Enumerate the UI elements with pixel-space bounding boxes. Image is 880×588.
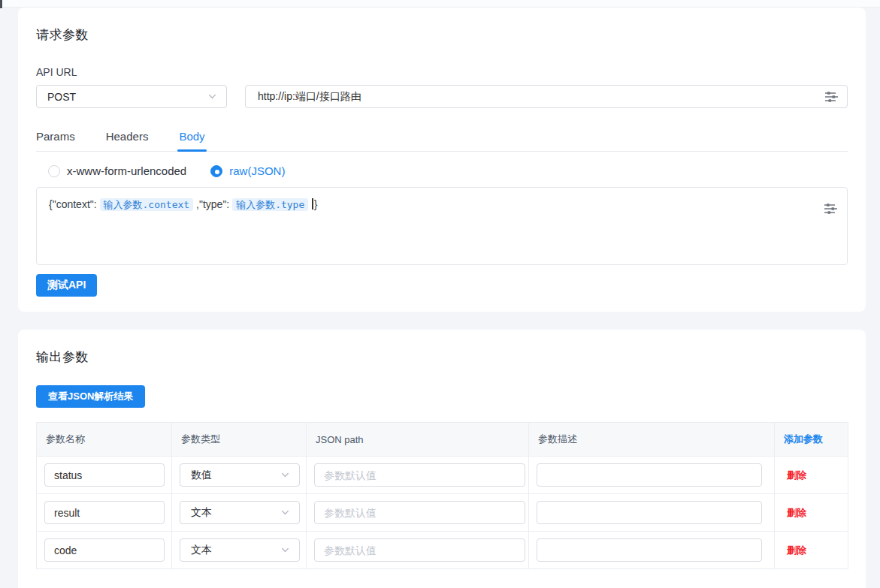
default-value-input[interactable] [314, 501, 525, 524]
api-url-row: POST [36, 85, 848, 108]
table-row: 文本删除 [37, 532, 848, 569]
api-url-input[interactable] [245, 85, 848, 108]
body-text: ,"type": [193, 198, 232, 210]
param-type-select[interactable]: 数值 [180, 463, 300, 487]
param-desc-input[interactable] [537, 501, 762, 524]
body-text: } [314, 198, 318, 210]
delete-row-link[interactable]: 删除 [782, 544, 806, 556]
param-desc-input[interactable] [537, 463, 762, 487]
http-method-select[interactable]: POST [36, 85, 227, 108]
raw-json-body-editor[interactable]: {"context": 输入参数.context ,"type": 输入参数.t… [36, 187, 848, 265]
request-params-card: 请求参数 API URL POST ParamsHeadersBody x-ww… [18, 8, 866, 312]
param-name-input[interactable] [44, 463, 165, 487]
input-param-token[interactable]: 输入参数.type [232, 198, 308, 211]
body-type-radio-0[interactable]: x-www-form-urlencoded [48, 164, 186, 177]
top-left-edge-fragment [0, 0, 2, 8]
output-params-table: 参数名称 参数类型 JSON path 参数描述 添加参数 数值删除文本删除文本… [36, 422, 848, 569]
header-json-path: JSON path [307, 423, 529, 457]
body-type-radios: x-www-form-urlencodedraw(JSON) [36, 164, 848, 177]
radio-unselected-icon[interactable] [48, 165, 60, 177]
view-json-result-button[interactable]: 查看JSON解析结果 [36, 385, 145, 408]
header-param-desc: 参数描述 [529, 423, 775, 457]
http-method-value: POST [47, 91, 76, 103]
default-value-input[interactable] [314, 463, 525, 487]
top-edge-strip [0, 0, 880, 8]
test-api-button[interactable]: 测试API [36, 274, 97, 297]
api-url-input-wrap [245, 85, 848, 108]
table-header-row: 参数名称 参数类型 JSON path 参数描述 添加参数 [37, 423, 848, 457]
header-param-name: 参数名称 [37, 423, 172, 457]
api-url-label: API URL [36, 66, 848, 78]
input-param-token[interactable]: 输入参数.context [100, 198, 194, 211]
body-type-radio-1[interactable]: raw(JSON) [210, 164, 285, 177]
param-name-input[interactable] [44, 501, 165, 524]
delete-row-link[interactable]: 删除 [782, 507, 806, 518]
param-type-select[interactable]: 文本 [180, 501, 300, 524]
table-row: 文本删除 [37, 494, 848, 532]
tab-params[interactable]: Params [36, 130, 75, 151]
delete-row-link[interactable]: 删除 [782, 469, 806, 481]
output-section-title: 输出参数 [36, 330, 848, 366]
radio-label: raw(JSON) [229, 164, 285, 177]
param-type-value: 数值 [191, 469, 212, 482]
body-text: {"context": [49, 198, 100, 210]
request-section-title: 请求参数 [36, 8, 848, 44]
radio-selected-icon[interactable] [210, 165, 222, 177]
param-name-input[interactable] [44, 538, 165, 562]
chevron-down-icon [207, 92, 217, 101]
chevron-down-icon [280, 470, 290, 480]
text-caret [312, 198, 313, 210]
param-type-value: 文本 [191, 506, 212, 520]
add-param-link[interactable]: 添加参数 [775, 423, 848, 457]
param-type-value: 文本 [191, 544, 212, 557]
tab-headers[interactable]: Headers [106, 130, 149, 151]
output-params-card: 输出参数 查看JSON解析结果 参数名称 参数类型 JSON path 参数描述… [18, 330, 866, 588]
radio-label: x-www-form-urlencoded [67, 164, 186, 177]
sliders-settings-icon[interactable] [824, 91, 839, 103]
default-value-input[interactable] [314, 538, 525, 562]
chevron-down-icon [280, 545, 290, 555]
sliders-settings-icon[interactable] [824, 203, 838, 215]
param-type-select[interactable]: 文本 [180, 538, 300, 562]
tab-body[interactable]: Body [179, 130, 204, 151]
param-desc-input[interactable] [537, 538, 762, 562]
table-row: 数值删除 [37, 457, 848, 494]
request-body-tabs: ParamsHeadersBody [36, 130, 848, 152]
body-editor-content: {"context": 输入参数.context ,"type": 输入参数.t… [49, 197, 817, 213]
header-param-type: 参数类型 [172, 423, 307, 457]
chevron-down-icon [280, 508, 290, 517]
body-text [308, 198, 311, 210]
